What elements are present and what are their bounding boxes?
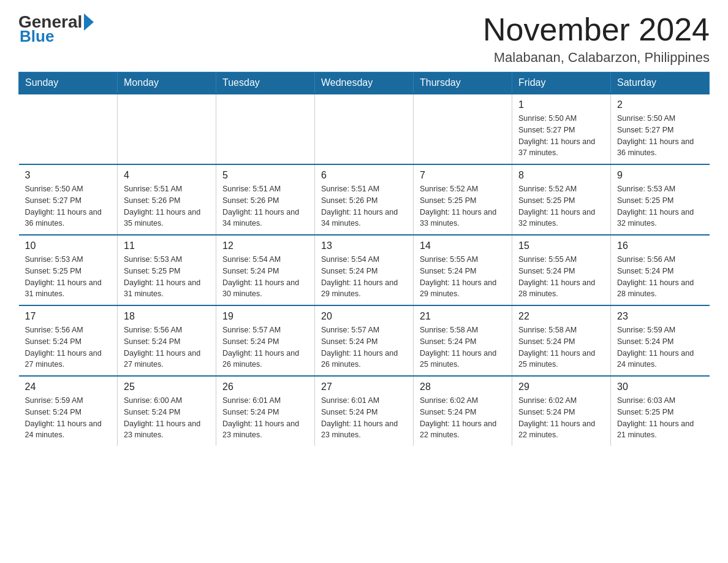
calendar-cell-w1-d6: 1Sunrise: 5:50 AM Sunset: 5:27 PM Daylig…	[512, 94, 611, 164]
logo-triangle-icon	[84, 13, 94, 31]
day-info: Sunrise: 5:51 AM Sunset: 5:26 PM Dayligh…	[321, 183, 407, 229]
calendar-week-3: 10Sunrise: 5:53 AM Sunset: 5:25 PM Dayli…	[19, 235, 710, 305]
day-number: 8	[518, 170, 604, 181]
day-number: 20	[321, 311, 407, 322]
calendar-cell-w2-d2: 4Sunrise: 5:51 AM Sunset: 5:26 PM Daylig…	[118, 164, 216, 235]
day-info: Sunrise: 6:03 AM Sunset: 5:25 PM Dayligh…	[617, 395, 703, 441]
day-number: 15	[518, 240, 604, 251]
day-number: 9	[617, 170, 703, 181]
logo: General Blue	[18, 12, 96, 46]
calendar-cell-w4-d1: 17Sunrise: 5:56 AM Sunset: 5:24 PM Dayli…	[19, 305, 118, 376]
day-info: Sunrise: 5:55 AM Sunset: 5:24 PM Dayligh…	[420, 254, 506, 300]
calendar-cell-w4-d3: 19Sunrise: 5:57 AM Sunset: 5:24 PM Dayli…	[216, 305, 315, 376]
calendar-cell-w1-d4	[315, 94, 414, 164]
page-header: General Blue November 2024 Malabanan, Ca…	[18, 12, 710, 66]
day-number: 12	[222, 240, 308, 251]
day-info: Sunrise: 5:53 AM Sunset: 5:25 PM Dayligh…	[25, 254, 112, 300]
calendar-cell-w5-d2: 25Sunrise: 6:00 AM Sunset: 5:24 PM Dayli…	[118, 376, 216, 446]
day-number: 2	[617, 99, 703, 110]
day-number: 5	[222, 170, 308, 181]
day-number: 13	[321, 240, 407, 251]
day-number: 19	[222, 311, 308, 322]
title-block: November 2024 Malabanan, Calabarzon, Phi…	[483, 12, 710, 66]
day-info: Sunrise: 6:02 AM Sunset: 5:24 PM Dayligh…	[420, 395, 506, 441]
day-number: 11	[124, 240, 210, 251]
logo-blue-text: Blue	[20, 27, 54, 46]
day-info: Sunrise: 5:50 AM Sunset: 5:27 PM Dayligh…	[617, 113, 703, 159]
header-monday: Monday	[118, 72, 216, 94]
day-number: 6	[321, 170, 407, 181]
day-info: Sunrise: 5:57 AM Sunset: 5:24 PM Dayligh…	[222, 324, 308, 370]
calendar-cell-w5-d1: 24Sunrise: 5:59 AM Sunset: 5:24 PM Dayli…	[19, 376, 118, 446]
calendar-cell-w5-d4: 27Sunrise: 6:01 AM Sunset: 5:24 PM Dayli…	[315, 376, 414, 446]
day-number: 28	[420, 381, 506, 393]
day-info: Sunrise: 5:54 AM Sunset: 5:24 PM Dayligh…	[222, 254, 308, 300]
calendar-week-4: 17Sunrise: 5:56 AM Sunset: 5:24 PM Dayli…	[19, 305, 710, 376]
calendar-cell-w3-d3: 12Sunrise: 5:54 AM Sunset: 5:24 PM Dayli…	[216, 235, 315, 305]
calendar-cell-w1-d3	[216, 94, 315, 164]
day-number: 7	[420, 170, 506, 181]
day-number: 14	[420, 240, 506, 251]
day-info: Sunrise: 6:01 AM Sunset: 5:24 PM Dayligh…	[321, 395, 407, 441]
day-number: 16	[617, 240, 703, 251]
calendar-week-1: 1Sunrise: 5:50 AM Sunset: 5:27 PM Daylig…	[19, 94, 710, 164]
calendar-cell-w5-d6: 29Sunrise: 6:02 AM Sunset: 5:24 PM Dayli…	[512, 376, 611, 446]
day-number: 26	[222, 381, 308, 393]
day-number: 17	[25, 311, 112, 322]
location: Malabanan, Calabarzon, Philippines	[483, 50, 710, 66]
calendar-week-5: 24Sunrise: 5:59 AM Sunset: 5:24 PM Dayli…	[19, 376, 710, 446]
day-info: Sunrise: 6:00 AM Sunset: 5:24 PM Dayligh…	[124, 395, 210, 441]
calendar-cell-w5-d5: 28Sunrise: 6:02 AM Sunset: 5:24 PM Dayli…	[414, 376, 512, 446]
calendar-cell-w3-d6: 15Sunrise: 5:55 AM Sunset: 5:24 PM Dayli…	[512, 235, 611, 305]
day-info: Sunrise: 6:02 AM Sunset: 5:24 PM Dayligh…	[518, 395, 604, 441]
calendar-table: SundayMondayTuesdayWednesdayThursdayFrid…	[18, 72, 710, 446]
day-info: Sunrise: 5:56 AM Sunset: 5:24 PM Dayligh…	[617, 254, 703, 300]
header-saturday: Saturday	[611, 72, 710, 94]
header-tuesday: Tuesday	[216, 72, 315, 94]
day-info: Sunrise: 5:54 AM Sunset: 5:24 PM Dayligh…	[321, 254, 407, 300]
calendar-cell-w3-d2: 11Sunrise: 5:53 AM Sunset: 5:25 PM Dayli…	[118, 235, 216, 305]
day-number: 22	[518, 311, 604, 322]
header-sunday: Sunday	[19, 72, 118, 94]
calendar-cell-w5-d3: 26Sunrise: 6:01 AM Sunset: 5:24 PM Dayli…	[216, 376, 315, 446]
day-info: Sunrise: 5:53 AM Sunset: 5:25 PM Dayligh…	[124, 254, 210, 300]
calendar-cell-w5-d7: 30Sunrise: 6:03 AM Sunset: 5:25 PM Dayli…	[611, 376, 710, 446]
calendar-week-2: 3Sunrise: 5:50 AM Sunset: 5:27 PM Daylig…	[19, 164, 710, 235]
day-info: Sunrise: 5:59 AM Sunset: 5:24 PM Dayligh…	[617, 324, 703, 370]
calendar-cell-w2-d4: 6Sunrise: 5:51 AM Sunset: 5:26 PM Daylig…	[315, 164, 414, 235]
day-number: 25	[124, 381, 210, 393]
day-info: Sunrise: 5:58 AM Sunset: 5:24 PM Dayligh…	[518, 324, 604, 370]
calendar-cell-w4-d4: 20Sunrise: 5:57 AM Sunset: 5:24 PM Dayli…	[315, 305, 414, 376]
header-thursday: Thursday	[414, 72, 512, 94]
calendar-cell-w2-d6: 8Sunrise: 5:52 AM Sunset: 5:25 PM Daylig…	[512, 164, 611, 235]
day-info: Sunrise: 5:56 AM Sunset: 5:24 PM Dayligh…	[124, 324, 210, 370]
calendar-cell-w3-d5: 14Sunrise: 5:55 AM Sunset: 5:24 PM Dayli…	[414, 235, 512, 305]
calendar-cell-w4-d6: 22Sunrise: 5:58 AM Sunset: 5:24 PM Dayli…	[512, 305, 611, 376]
day-info: Sunrise: 5:51 AM Sunset: 5:26 PM Dayligh…	[222, 183, 308, 229]
day-number: 30	[617, 381, 703, 393]
day-number: 21	[420, 311, 506, 322]
calendar-cell-w1-d7: 2Sunrise: 5:50 AM Sunset: 5:27 PM Daylig…	[611, 94, 710, 164]
calendar-cell-w2-d1: 3Sunrise: 5:50 AM Sunset: 5:27 PM Daylig…	[19, 164, 118, 235]
calendar-cell-w4-d2: 18Sunrise: 5:56 AM Sunset: 5:24 PM Dayli…	[118, 305, 216, 376]
day-number: 27	[321, 381, 407, 393]
day-number: 24	[25, 381, 112, 393]
calendar-cell-w2-d3: 5Sunrise: 5:51 AM Sunset: 5:26 PM Daylig…	[216, 164, 315, 235]
day-info: Sunrise: 5:59 AM Sunset: 5:24 PM Dayligh…	[25, 395, 112, 441]
day-info: Sunrise: 5:50 AM Sunset: 5:27 PM Dayligh…	[25, 183, 112, 229]
month-title: November 2024	[483, 12, 710, 47]
day-number: 4	[124, 170, 210, 181]
calendar-cell-w2-d7: 9Sunrise: 5:53 AM Sunset: 5:25 PM Daylig…	[611, 164, 710, 235]
calendar-header-row: SundayMondayTuesdayWednesdayThursdayFrid…	[19, 72, 710, 94]
calendar-cell-w3-d7: 16Sunrise: 5:56 AM Sunset: 5:24 PM Dayli…	[611, 235, 710, 305]
calendar-cell-w1-d5	[414, 94, 512, 164]
calendar-cell-w3-d1: 10Sunrise: 5:53 AM Sunset: 5:25 PM Dayli…	[19, 235, 118, 305]
day-number: 29	[518, 381, 604, 393]
header-friday: Friday	[512, 72, 611, 94]
calendar-cell-w4-d7: 23Sunrise: 5:59 AM Sunset: 5:24 PM Dayli…	[611, 305, 710, 376]
day-info: Sunrise: 5:52 AM Sunset: 5:25 PM Dayligh…	[518, 183, 604, 229]
day-number: 3	[25, 170, 112, 181]
day-info: Sunrise: 5:53 AM Sunset: 5:25 PM Dayligh…	[617, 183, 703, 229]
calendar-cell-w2-d5: 7Sunrise: 5:52 AM Sunset: 5:25 PM Daylig…	[414, 164, 512, 235]
calendar-cell-w1-d1	[19, 94, 118, 164]
